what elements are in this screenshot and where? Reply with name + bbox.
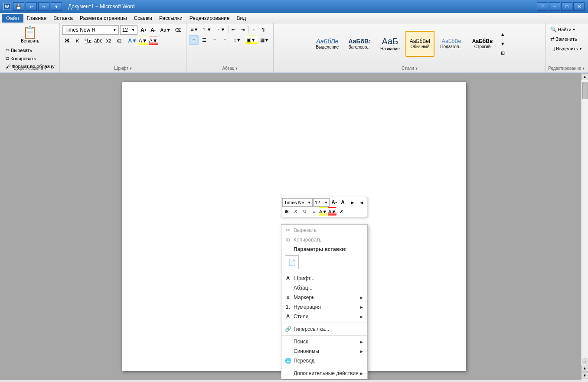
menu-insert[interactable]: Вставка xyxy=(50,14,76,23)
ctx-synonyms[interactable]: Синонимы ► xyxy=(281,346,367,356)
copy-button[interactable]: ⧉ Копировать xyxy=(4,55,56,62)
edit-group-label[interactable]: Редактирование ▾ xyxy=(546,66,587,71)
help-btn[interactable]: ? xyxy=(537,2,548,11)
mini-list-button[interactable]: ≡ xyxy=(310,207,318,216)
menu-layout[interactable]: Разметка страницы xyxy=(76,14,131,23)
highlight-color-button[interactable]: А▼ xyxy=(138,36,148,46)
ctx-search[interactable]: Поиск ► xyxy=(281,337,367,346)
align-center-button[interactable]: ☰ xyxy=(199,35,209,45)
multilevel-button[interactable]: ⋮▼ xyxy=(214,25,227,34)
strikethrough-button[interactable]: abe xyxy=(94,36,103,46)
mini-grow-button[interactable]: A+ xyxy=(330,198,339,207)
style-subheading[interactable]: АаБбВе Подзагол... xyxy=(436,31,466,57)
ctx-copy[interactable]: ⧉ Копировать xyxy=(281,235,367,245)
ctx-hyperlink[interactable]: 🔗 Гиперссылка... xyxy=(281,324,367,334)
font-color-button[interactable]: А▼ xyxy=(149,36,158,46)
quick-save-btn[interactable]: 💾 xyxy=(13,2,24,11)
menu-review[interactable]: Рецензирование xyxy=(186,14,233,23)
superscript-button[interactable]: x2 xyxy=(114,36,124,46)
font-size-selector[interactable]: 12 ▼ xyxy=(120,25,137,35)
shading-button[interactable]: ▣▼ xyxy=(245,36,258,44)
mini-indent-dec-button[interactable]: ◄ xyxy=(357,198,366,207)
quick-more-btn[interactable]: ▼ xyxy=(51,2,62,11)
scroll-up-button[interactable]: ▲ xyxy=(581,73,588,80)
title-text: Документ1 – Microsoft Word xyxy=(68,3,135,10)
font-name-selector[interactable]: Times New R ▼ xyxy=(62,25,119,35)
italic-button[interactable]: К xyxy=(73,36,82,46)
indent-decrease-button[interactable]: ⇤ xyxy=(229,25,238,34)
mini-highlight-button[interactable]: А▼ xyxy=(319,207,327,216)
clear-format-button[interactable]: ⌫ xyxy=(173,26,183,34)
align-left-button[interactable]: ≡ xyxy=(189,35,199,45)
ctx-more-actions[interactable]: Дополнительные действия ► xyxy=(281,369,367,378)
styles-more-button[interactable]: ⊞ xyxy=(498,49,507,58)
mini-underline-button[interactable]: Ч xyxy=(301,207,309,216)
change-case-button[interactable]: Аа▼ xyxy=(159,26,173,34)
clipboard-group-label[interactable]: Буфер обмена ▾ xyxy=(1,66,59,71)
paste-button[interactable]: 📋 Вставить xyxy=(19,25,41,45)
font-group-label[interactable]: Шрифт ▾ xyxy=(60,66,186,71)
underline-button[interactable]: Ч ▼ xyxy=(83,36,93,46)
style-strict[interactable]: АаБбВв Строгий xyxy=(468,31,497,57)
replace-button[interactable]: ⇄ Заменить xyxy=(548,35,585,43)
subscript-button[interactable]: x2 xyxy=(104,36,114,46)
mini-italic-button[interactable]: К xyxy=(291,207,300,216)
next-page-btn[interactable]: ▼ xyxy=(581,372,588,379)
scroll-track[interactable] xyxy=(581,80,588,357)
maximize-btn[interactable]: □ xyxy=(561,2,572,11)
mini-bold-button[interactable]: Ж xyxy=(282,207,291,216)
align-justify-button[interactable]: ≡ xyxy=(220,35,230,45)
menu-file[interactable]: Файл xyxy=(2,14,23,23)
style-heading1[interactable]: АаБбВ: Заголово... xyxy=(344,31,375,57)
sort-button[interactable]: ↕ xyxy=(250,25,258,34)
ctx-font[interactable]: A Шрифт... xyxy=(281,274,367,283)
ctx-styles[interactable]: A Стили ► xyxy=(281,312,367,321)
styles-scroll-down[interactable]: ▼ xyxy=(498,39,507,48)
style-selection-name: Выделение xyxy=(316,45,339,49)
mini-font-size-selector[interactable]: 12 ▼ xyxy=(313,198,330,207)
close-btn[interactable]: ✕ xyxy=(573,2,585,11)
mini-indent-inc-button[interactable]: ► xyxy=(348,198,357,207)
bold-button[interactable]: Ж xyxy=(62,36,72,46)
mini-clear-button[interactable]: ✗ xyxy=(337,207,346,216)
line-spacing-button[interactable]: ↕▼ xyxy=(232,36,242,44)
text-effect-button[interactable]: А▼ xyxy=(128,36,137,46)
mini-font-name-selector[interactable]: Times Ne ▼ xyxy=(282,198,313,207)
ctx-numbering[interactable]: 1. Нумерация ► xyxy=(281,302,367,312)
align-right-button[interactable]: ≡ xyxy=(210,35,219,45)
style-selection[interactable]: АаБбВе Выделение xyxy=(312,31,343,57)
show-formatting-button[interactable]: ¶ xyxy=(259,25,268,34)
mini-shrink-button[interactable]: A- xyxy=(339,198,348,207)
font-grow-button[interactable]: A+ xyxy=(139,26,148,34)
mini-font-color-button[interactable]: А▼ xyxy=(328,207,336,216)
scroll-thumb[interactable] xyxy=(582,82,588,99)
document-page[interactable]: Times Ne ▼ 12 ▼ A+ A- ► ◄ Ж К Ч ≡ А▼ А▼ … xyxy=(122,82,466,371)
menu-links[interactable]: Ссылки xyxy=(131,14,156,23)
menu-view[interactable]: Вид xyxy=(233,14,249,23)
cut-button[interactable]: ✂ Вырезать xyxy=(4,46,56,54)
select-button[interactable]: ⬚ Выделить ▼ xyxy=(548,44,585,53)
style-name[interactable]: АаБ Название xyxy=(376,31,404,57)
quick-redo-btn[interactable]: ↪ xyxy=(38,2,49,11)
select-browse-btn[interactable]: ○ xyxy=(582,358,588,364)
prev-page-btn[interactable]: ▲ xyxy=(581,365,588,372)
find-button[interactable]: 🔍 Найти ▼ xyxy=(548,25,585,34)
ctx-cut[interactable]: ✂ Вырезать xyxy=(281,225,367,235)
bullets-button[interactable]: ≡▼ xyxy=(189,25,200,34)
ctx-paragraph[interactable]: Абзац... xyxy=(281,283,367,293)
numbering-button[interactable]: 1.▼ xyxy=(201,25,213,34)
paste-keep-source-btn[interactable]: 📄 xyxy=(285,255,299,269)
minimize-btn[interactable]: − xyxy=(549,2,560,11)
menu-mailing[interactable]: Рассылки xyxy=(156,14,186,23)
paragraph-group-label[interactable]: Абзац ▾ xyxy=(186,66,273,71)
borders-button[interactable]: ▦▼ xyxy=(258,36,271,44)
menu-home[interactable]: Главная xyxy=(23,14,50,23)
quick-undo-btn[interactable]: ↩ xyxy=(26,2,37,11)
ctx-translate[interactable]: 🌐 Перевод xyxy=(281,356,367,366)
ctx-bullets[interactable]: ≡ Маркеры ► xyxy=(281,293,367,302)
styles-scroll-up[interactable]: ▲ xyxy=(498,30,507,39)
style-normal[interactable]: АаБбВеІ Обычный xyxy=(405,31,435,57)
font-shrink-button[interactable]: A- xyxy=(149,26,157,34)
indent-increase-button[interactable]: ⇥ xyxy=(239,25,248,34)
styles-group-label[interactable]: Стили ▾ xyxy=(274,66,545,71)
